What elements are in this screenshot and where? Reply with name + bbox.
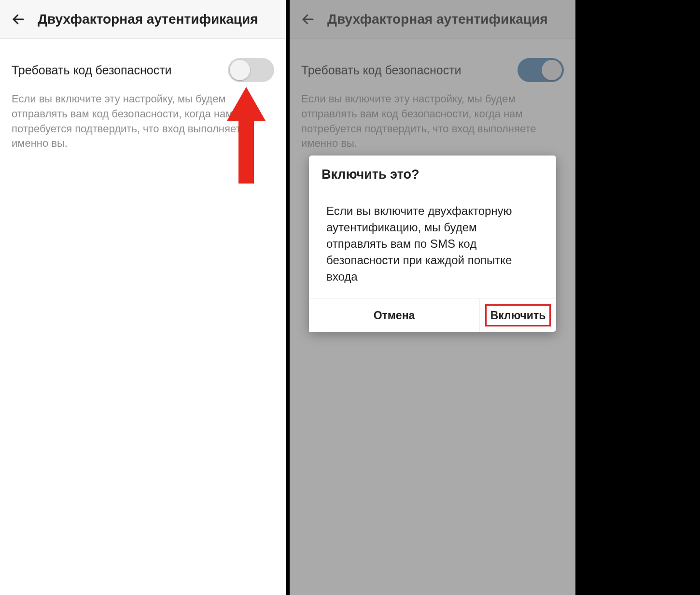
cancel-button[interactable]: Отмена [309, 299, 479, 332]
dialog-body: Если вы включите двухфакторную аутентифи… [309, 192, 556, 299]
screen-left: Двухфакторная аутентификация Требовать к… [0, 0, 286, 595]
security-code-description: Если вы включите эту настройку, мы будем… [12, 92, 274, 151]
page-title: Двухфакторная аутентификация [38, 12, 258, 27]
security-code-label: Требовать код безопасности [12, 63, 172, 77]
screen-right: Двухфакторная аутентификация Требовать к… [290, 0, 575, 595]
security-code-row: Требовать код безопасности [12, 50, 274, 92]
dialog-title: Включить это? [309, 156, 556, 192]
security-code-toggle[interactable] [228, 58, 274, 82]
header: Двухфакторная аутентификация [0, 0, 286, 39]
content: Требовать код безопасности Если вы включ… [0, 39, 286, 151]
back-button[interactable] [8, 9, 29, 30]
toggle-knob [230, 60, 250, 80]
confirm-dialog: Включить это? Если вы включите двухфакто… [309, 156, 556, 332]
dialog-divider [479, 299, 480, 332]
dialog-actions: Отмена Включить [309, 299, 556, 332]
blank-area [575, 0, 700, 595]
arrow-left-icon [11, 12, 26, 27]
confirm-button[interactable]: Включить [483, 302, 553, 329]
